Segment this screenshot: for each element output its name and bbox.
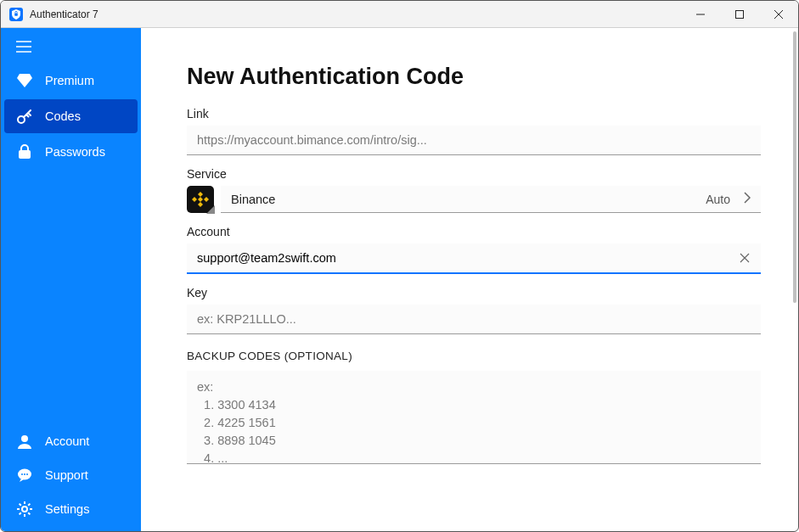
x-icon: [740, 253, 750, 263]
sidebar-item-settings[interactable]: Settings: [1, 492, 141, 526]
content-scroll[interactable]: New Authentication Code Link Service: [141, 28, 793, 531]
sidebar-item-passwords[interactable]: Passwords: [1, 135, 141, 169]
chevron-right-icon: [744, 192, 751, 206]
backup-codes-textarea[interactable]: [187, 371, 761, 464]
link-label: Link: [187, 107, 761, 120]
sidebar-item-premium[interactable]: Premium: [1, 64, 141, 98]
clear-account-button[interactable]: [732, 245, 757, 271]
close-button[interactable]: [759, 1, 798, 28]
sidebar-item-label: Passwords: [45, 145, 105, 159]
account-input[interactable]: [187, 244, 732, 272]
lock-icon: [16, 143, 33, 160]
window-controls: [681, 1, 798, 28]
service-label: Service: [187, 167, 761, 181]
service-mode: Auto: [706, 193, 730, 206]
main: New Authentication Code Link Service: [141, 28, 798, 531]
app-window: Authenticator 7: [0, 0, 799, 532]
svg-point-8: [26, 473, 28, 475]
sidebar-item-codes[interactable]: Codes: [4, 99, 138, 133]
minimize-button[interactable]: [681, 1, 720, 28]
hamburger-icon: [16, 41, 31, 53]
svg-rect-3: [19, 150, 31, 159]
sidebar-item-label: Account: [45, 434, 89, 448]
sidebar: Premium Codes Passwords: [1, 28, 141, 531]
titlebar: Authenticator 7: [1, 1, 798, 28]
key-icon: [16, 108, 33, 125]
sidebar-item-label: Settings: [45, 502, 89, 516]
page-title: New Authentication Code: [187, 64, 761, 90]
hamburger-button[interactable]: [1, 30, 141, 64]
service-row: Binance Auto: [187, 186, 761, 213]
service-icon-button[interactable]: [187, 186, 214, 213]
sidebar-item-support[interactable]: Support: [1, 458, 141, 492]
backup-codes-label: BACKUP CODES (OPTIONAL): [187, 350, 761, 362]
sidebar-item-label: Premium: [45, 74, 94, 87]
svg-rect-1: [736, 10, 744, 18]
maximize-button[interactable]: [720, 1, 759, 28]
nav-top: Premium Codes Passwords: [1, 64, 141, 169]
link-input[interactable]: [187, 126, 761, 155]
svg-point-9: [22, 507, 27, 512]
diamond-icon: [16, 72, 33, 89]
account-label: Account: [187, 225, 761, 238]
svg-point-4: [21, 435, 28, 442]
svg-point-7: [24, 473, 25, 475]
account-input-wrap: [187, 244, 761, 274]
binance-icon: [191, 190, 210, 209]
sidebar-item-label: Support: [45, 468, 88, 482]
shield-icon: [12, 9, 20, 20]
person-icon: [16, 433, 33, 450]
app-icon: [9, 8, 23, 21]
window-title: Authenticator 7: [30, 8, 98, 20]
chat-icon: [16, 467, 33, 484]
gear-icon: [16, 501, 33, 518]
service-select[interactable]: Binance Auto: [221, 186, 761, 213]
sidebar-item-label: Codes: [45, 109, 81, 123]
svg-rect-0: [14, 13, 18, 15]
sidebar-item-account[interactable]: Account: [1, 424, 141, 458]
scrollbar[interactable]: [793, 31, 796, 303]
close-icon: [774, 10, 783, 19]
svg-point-6: [21, 473, 23, 475]
minimize-icon: [696, 10, 705, 19]
service-name: Binance: [231, 193, 706, 206]
maximize-icon: [735, 10, 744, 19]
key-input[interactable]: [187, 305, 761, 334]
key-label: Key: [187, 286, 761, 300]
nav-bottom: Account Support Settings: [1, 424, 141, 531]
